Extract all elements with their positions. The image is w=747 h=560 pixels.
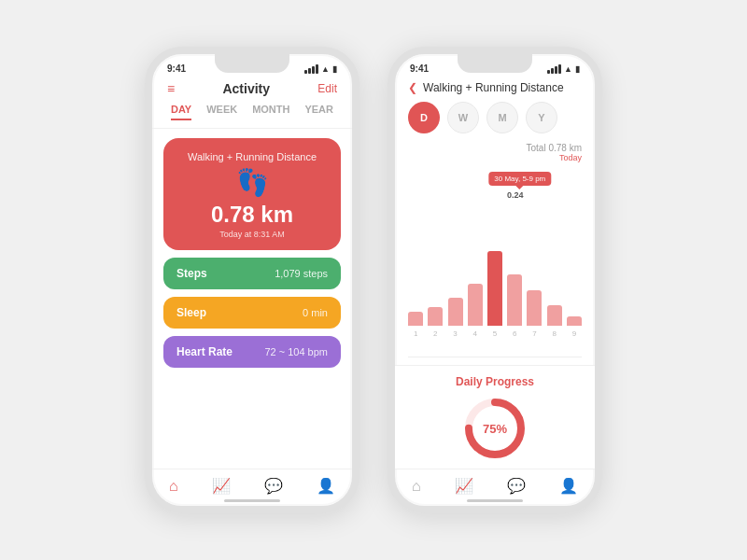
bar-4: 4 [468,172,483,338]
bar-label-2: 2 [433,329,437,338]
bar-label-5: 5 [493,329,497,338]
distance-card[interactable]: Walking + Running Distance 👣 0.78 km Tod… [163,138,341,250]
left-header: ≡ Activity Edit [152,77,352,104]
chart-section: Total 0.78 km Today 30 May, 5-9 pm 0.24 … [395,143,595,365]
sleep-card[interactable]: Sleep 0 min [163,297,341,329]
bar-2: 2 [428,172,443,338]
tab-day[interactable]: DAY [171,104,191,120]
scroll-area: Walking + Running Distance 👣 0.78 km Tod… [152,129,352,469]
tooltip-value: 0.24 [507,190,524,200]
tooltip-text: 30 May, 5-9 pm [494,175,545,183]
bar-rect-9 [567,316,582,326]
tab-bar: DAY WEEK MONTH YEAR [152,104,352,129]
period-month[interactable]: M [486,102,518,133]
distance-card-title: Walking + Running Distance [188,151,317,162]
edit-button[interactable]: Edit [317,82,337,95]
heart-value: 72 ~ 104 bpm [264,346,328,357]
right-screen: ❮ Walking + Running Distance D W M Y Tot… [395,77,595,506]
menu-icon[interactable]: ≡ [167,82,175,95]
heart-rate-card[interactable]: Heart Rate 72 ~ 104 bpm [163,336,341,368]
signal-icon-right [547,64,561,74]
nav-chart-right[interactable]: 📈 [455,477,473,495]
progress-percent: 75% [483,422,507,436]
nav-person-right[interactable]: 👤 [559,477,578,495]
progress-donut: 75% [462,396,528,461]
sleep-value: 0 min [303,307,328,318]
bar-label-4: 4 [473,329,477,338]
period-tab-bar: D W M Y [395,102,595,143]
status-icons-right: ▲ ▮ [547,64,580,74]
bar-label-7: 7 [532,329,536,338]
bar-label-6: 6 [513,329,516,338]
home-indicator-right [467,499,523,502]
nav-chart-left[interactable]: 📈 [212,477,231,495]
time-right: 9:41 [410,63,429,74]
bar-rect-3 [448,298,463,326]
bar-label-1: 1 [414,329,417,338]
chart-total: Total 0.78 km Today [408,143,582,170]
bar-label-9: 9 [572,329,576,338]
notch [215,54,289,73]
bar-chart: 30 May, 5-9 pm 0.24 1 2 3 4 [408,172,582,357]
progress-title: Daily Progress [456,375,534,388]
signal-icon [304,64,318,74]
today-label: Today [408,153,582,162]
heart-label: Heart Rate [176,345,233,358]
bar-rect-7 [527,290,542,326]
left-screen: ≡ Activity Edit DAY WEEK MONTH YEAR Walk… [152,77,352,506]
nav-home-left[interactable]: ⌂ [169,478,178,495]
battery-icon: ▮ [332,64,337,74]
tab-week[interactable]: WEEK [206,104,237,120]
period-week[interactable]: W [447,102,479,133]
detail-title: Walking + Running Distance [423,81,564,94]
bar-rect-5 [487,251,502,326]
status-icons-left: ▲ ▮ [304,64,337,74]
page-title: Activity [222,81,270,96]
bar-8: 8 [547,172,562,338]
progress-section: Daily Progress 75% [395,365,595,469]
bar-9: 9 [567,172,582,338]
bar-rect-4 [468,284,483,326]
bar-rect-2 [428,307,443,326]
time-left: 9:41 [167,63,186,74]
bar-label-8: 8 [552,329,556,338]
distance-value: 0.78 km [211,202,293,228]
wifi-icon-right: ▲ [564,64,572,74]
right-header: ❮ Walking + Running Distance [395,77,595,102]
period-day[interactable]: D [408,102,440,133]
nav-person-left[interactable]: 👤 [317,477,335,495]
back-icon[interactable]: ❮ [408,81,417,94]
bar-7: 7 [527,172,542,338]
wifi-icon: ▲ [321,64,330,74]
bar-5: 5 [487,172,502,338]
bar-rect-6 [507,274,522,326]
nav-chat-left[interactable]: 💬 [264,477,283,495]
distance-subtitle: Today at 8:31 AM [219,230,285,239]
bar-rect-1 [408,312,423,326]
bar-rect-8 [547,305,562,326]
nav-chat-right[interactable]: 💬 [507,477,526,495]
battery-icon-right: ▮ [575,64,580,74]
tab-month[interactable]: MONTH [252,104,289,120]
bar-1: 1 [408,172,423,338]
period-year[interactable]: Y [526,102,557,133]
sleep-label: Sleep [176,306,206,319]
right-phone: 9:41 ▲ ▮ ❮ Walking + Running Distance D … [388,47,602,513]
bar-label-3: 3 [453,329,457,338]
steps-value: 1,079 steps [275,268,328,279]
bar-3: 3 [447,172,462,338]
chart-tooltip: 30 May, 5-9 pm [488,172,551,186]
home-indicator-left [224,499,280,502]
footsteps-icon: 👣 [236,170,269,196]
tab-year[interactable]: YEAR [304,104,333,120]
notch-right [458,54,532,73]
steps-card[interactable]: Steps 1,079 steps [163,258,341,289]
left-phone: 9:41 ▲ ▮ ≡ Activity Edit DAY WEEK MONTH … [145,47,359,513]
total-label: Total 0.78 km [408,143,582,153]
nav-home-right[interactable]: ⌂ [412,478,421,495]
steps-label: Steps [176,267,207,280]
